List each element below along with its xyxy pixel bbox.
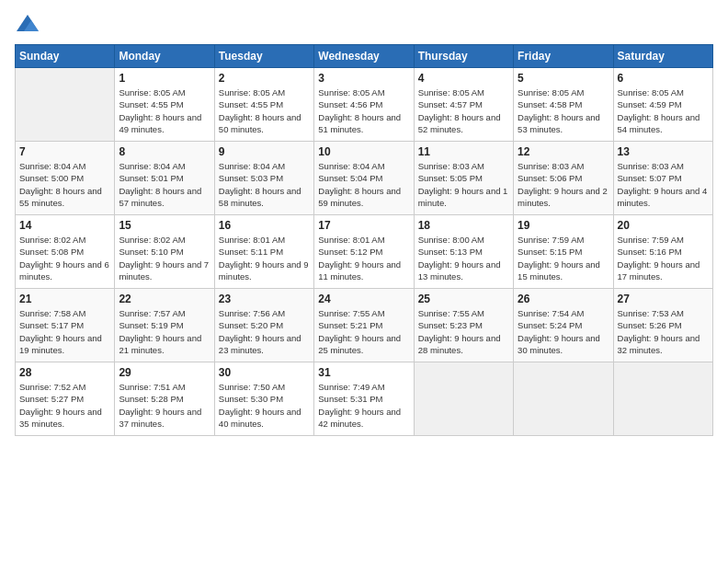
day-number: 7 [19,145,110,158]
calendar-cell: 27 Sunrise: 7:53 AMSunset: 5:26 PMDaylig… [613,289,712,362]
calendar-cell: 21 Sunrise: 7:58 AMSunset: 5:17 PMDaylig… [16,289,115,362]
day-number: 24 [318,293,409,305]
calendar-cell: 3 Sunrise: 8:05 AMSunset: 4:56 PMDayligh… [314,68,414,142]
day-number: 14 [19,219,110,232]
day-number: 31 [318,366,409,379]
calendar-cell: 7 Sunrise: 8:04 AMSunset: 5:00 PMDayligh… [16,142,115,215]
day-number: 16 [219,219,310,232]
calendar-cell: 13 Sunrise: 8:03 AMSunset: 5:07 PMDaylig… [613,142,712,215]
day-number: 25 [418,293,509,305]
day-info: Sunrise: 8:04 AMSunset: 5:01 PMDaylight:… [119,160,210,209]
day-number: 15 [119,219,210,232]
day-info: Sunrise: 8:05 AMSunset: 4:57 PMDaylight:… [418,86,509,135]
day-info: Sunrise: 8:04 AMSunset: 5:03 PMDaylight:… [219,160,310,209]
calendar-cell [613,362,712,436]
day-number: 23 [219,293,310,305]
day-info: Sunrise: 7:54 AMSunset: 5:24 PMDaylight:… [518,307,609,356]
day-number: 12 [518,145,609,158]
calendar-week-3: 14 Sunrise: 8:02 AMSunset: 5:08 PMDaylig… [16,215,713,289]
day-info: Sunrise: 8:05 AMSunset: 4:56 PMDaylight:… [318,86,409,135]
calendar-week-5: 28 Sunrise: 7:52 AMSunset: 5:27 PMDaylig… [16,362,713,436]
day-number: 1 [119,72,210,85]
day-info: Sunrise: 7:55 AMSunset: 5:23 PMDaylight:… [418,307,509,356]
day-info: Sunrise: 8:04 AMSunset: 5:00 PMDaylight:… [19,160,110,209]
day-info: Sunrise: 7:58 AMSunset: 5:17 PMDaylight:… [19,307,110,356]
day-info: Sunrise: 7:55 AMSunset: 5:21 PMDaylight:… [318,307,409,356]
calendar-cell: 5 Sunrise: 8:05 AMSunset: 4:58 PMDayligh… [514,68,613,142]
calendar-table: SundayMondayTuesdayWednesdayThursdayFrid… [15,44,713,436]
calendar-cell: 22 Sunrise: 7:57 AMSunset: 5:19 PMDaylig… [115,289,214,362]
calendar-cell: 6 Sunrise: 8:05 AMSunset: 4:59 PMDayligh… [613,68,712,142]
day-number: 21 [19,293,110,305]
weekday-header-tuesday: Tuesday [214,45,313,68]
calendar-cell [414,362,513,436]
weekday-header-row: SundayMondayTuesdayWednesdayThursdayFrid… [16,45,713,68]
header [15,11,713,37]
calendar-cell: 12 Sunrise: 8:03 AMSunset: 5:06 PMDaylig… [514,142,613,215]
calendar-week-1: 1 Sunrise: 8:05 AMSunset: 4:55 PMDayligh… [16,68,713,142]
calendar-cell: 24 Sunrise: 7:55 AMSunset: 5:21 PMDaylig… [314,289,414,362]
day-info: Sunrise: 8:01 AMSunset: 5:11 PMDaylight:… [219,234,310,282]
day-number: 19 [518,219,609,232]
day-info: Sunrise: 7:56 AMSunset: 5:20 PMDaylight:… [219,307,310,356]
day-number: 6 [618,72,709,85]
calendar-cell: 30 Sunrise: 7:50 AMSunset: 5:30 PMDaylig… [214,362,313,436]
day-number: 5 [518,72,609,85]
calendar-cell: 10 Sunrise: 8:04 AMSunset: 5:04 PMDaylig… [314,142,414,215]
calendar-cell [514,362,613,436]
day-number: 2 [219,72,310,85]
day-info: Sunrise: 8:03 AMSunset: 5:05 PMDaylight:… [418,160,509,209]
weekday-header-friday: Friday [514,45,613,68]
calendar-cell: 1 Sunrise: 8:05 AMSunset: 4:55 PMDayligh… [115,68,214,142]
day-number: 18 [418,219,509,232]
day-info: Sunrise: 8:01 AMSunset: 5:12 PMDaylight:… [318,234,409,282]
day-info: Sunrise: 7:59 AMSunset: 5:15 PMDaylight:… [518,234,609,282]
calendar-cell: 23 Sunrise: 7:56 AMSunset: 5:20 PMDaylig… [214,289,313,362]
calendar-cell: 9 Sunrise: 8:04 AMSunset: 5:03 PMDayligh… [214,142,313,215]
day-info: Sunrise: 8:00 AMSunset: 5:13 PMDaylight:… [418,234,509,282]
calendar-cell: 29 Sunrise: 7:51 AMSunset: 5:28 PMDaylig… [115,362,214,436]
calendar-cell: 8 Sunrise: 8:04 AMSunset: 5:01 PMDayligh… [115,142,214,215]
weekday-header-sunday: Sunday [16,45,115,68]
weekday-header-monday: Monday [115,45,214,68]
day-info: Sunrise: 8:05 AMSunset: 4:55 PMDaylight:… [119,86,210,135]
page-container: SundayMondayTuesdayWednesdayThursdayFrid… [0,0,728,443]
calendar-cell: 15 Sunrise: 8:02 AMSunset: 5:10 PMDaylig… [115,215,214,289]
calendar-cell: 31 Sunrise: 7:49 AMSunset: 5:31 PMDaylig… [314,362,414,436]
weekday-header-saturday: Saturday [613,45,712,68]
day-info: Sunrise: 8:03 AMSunset: 5:06 PMDaylight:… [518,160,609,209]
day-info: Sunrise: 7:53 AMSunset: 5:26 PMDaylight:… [618,307,709,356]
day-info: Sunrise: 7:51 AMSunset: 5:28 PMDaylight:… [119,381,210,430]
day-info: Sunrise: 8:04 AMSunset: 5:04 PMDaylight:… [318,160,409,209]
day-info: Sunrise: 8:05 AMSunset: 4:58 PMDaylight:… [518,86,609,135]
calendar-cell: 20 Sunrise: 7:59 AMSunset: 5:16 PMDaylig… [613,215,712,289]
day-info: Sunrise: 7:59 AMSunset: 5:16 PMDaylight:… [618,234,709,282]
calendar-cell: 28 Sunrise: 7:52 AMSunset: 5:27 PMDaylig… [16,362,115,436]
calendar-cell: 16 Sunrise: 8:01 AMSunset: 5:11 PMDaylig… [214,215,313,289]
weekday-header-wednesday: Wednesday [314,45,414,68]
logo [15,11,44,37]
logo-icon [15,11,40,37]
calendar-cell: 19 Sunrise: 7:59 AMSunset: 5:15 PMDaylig… [514,215,613,289]
calendar-cell: 26 Sunrise: 7:54 AMSunset: 5:24 PMDaylig… [514,289,613,362]
day-number: 17 [318,219,409,232]
day-info: Sunrise: 7:50 AMSunset: 5:30 PMDaylight:… [219,381,310,430]
calendar-week-2: 7 Sunrise: 8:04 AMSunset: 5:00 PMDayligh… [16,142,713,215]
day-info: Sunrise: 8:02 AMSunset: 5:08 PMDaylight:… [19,234,110,282]
day-info: Sunrise: 7:57 AMSunset: 5:19 PMDaylight:… [119,307,210,356]
calendar-cell [16,68,115,142]
calendar-cell: 18 Sunrise: 8:00 AMSunset: 5:13 PMDaylig… [414,215,513,289]
day-number: 3 [318,72,409,85]
day-number: 26 [518,293,609,305]
calendar-cell: 4 Sunrise: 8:05 AMSunset: 4:57 PMDayligh… [414,68,513,142]
day-info: Sunrise: 8:05 AMSunset: 4:55 PMDaylight:… [219,86,310,135]
day-number: 13 [618,145,709,158]
day-number: 22 [119,293,210,305]
day-number: 9 [219,145,310,158]
day-number: 30 [219,366,310,379]
day-number: 27 [618,293,709,305]
day-info: Sunrise: 7:49 AMSunset: 5:31 PMDaylight:… [318,381,409,430]
day-number: 28 [19,366,110,379]
day-info: Sunrise: 8:05 AMSunset: 4:59 PMDaylight:… [618,86,709,135]
calendar-week-4: 21 Sunrise: 7:58 AMSunset: 5:17 PMDaylig… [16,289,713,362]
